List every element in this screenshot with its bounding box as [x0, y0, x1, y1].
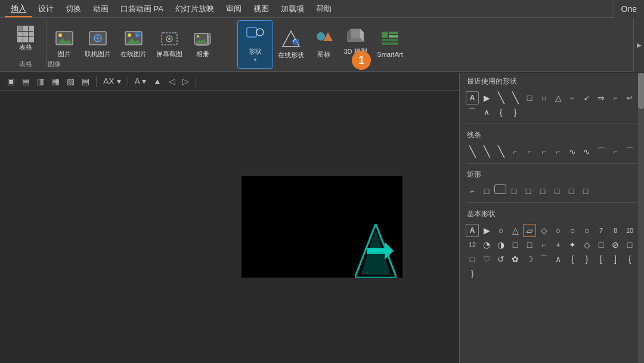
rect-corner[interactable]: ⌐: [466, 184, 479, 198]
basic-bracket-l[interactable]: [: [595, 253, 608, 266]
shape-angle[interactable]: ⌐: [566, 91, 579, 104]
shape-wave[interactable]: ∧: [480, 106, 493, 119]
toolbar-chart[interactable]: ▣: [5, 75, 17, 87]
rect-round4[interactable]: □: [536, 184, 549, 198]
rect-round2[interactable]: □: [507, 184, 521, 198]
line-diag2[interactable]: ╲: [480, 145, 493, 158]
basic-brace-l[interactable]: {: [566, 253, 579, 266]
toolbar-pie[interactable]: ▦: [49, 75, 62, 87]
toolbar-col2[interactable]: ▤: [79, 75, 92, 87]
toolbar-text-right[interactable]: ▷: [180, 75, 191, 87]
shape-brace-r[interactable]: }: [509, 106, 522, 119]
basic-arc[interactable]: ⌒: [537, 253, 550, 266]
ribbon-scroll-right[interactable]: ▶: [633, 18, 644, 72]
line-angle4[interactable]: ⌐: [552, 145, 565, 158]
toolbar-ax[interactable]: AX ▾: [101, 75, 123, 87]
toolbar-text-left[interactable]: ◁: [166, 75, 178, 87]
basic-8[interactable]: 8: [609, 224, 622, 237]
shape-triangle[interactable]: △: [552, 91, 565, 104]
menu-switch[interactable]: 切换: [60, 1, 87, 17]
basic-7[interactable]: 7: [595, 224, 608, 237]
basic-sq1[interactable]: □: [509, 238, 522, 251]
shapes-button[interactable]: 形状 ▼: [237, 20, 273, 69]
basic-plus[interactable]: +: [552, 238, 565, 251]
shape-arc[interactable]: ⌒: [466, 106, 479, 119]
basic-10[interactable]: 10: [623, 224, 636, 237]
basic-flower[interactable]: ✿: [509, 253, 522, 266]
basic-star[interactable]: ✦: [566, 238, 579, 251]
shape-curve1[interactable]: ↩: [623, 91, 636, 104]
toolbar-text-up[interactable]: ▲: [151, 75, 164, 87]
basic-tri[interactable]: △: [509, 224, 522, 237]
shape-line2[interactable]: ╲: [509, 91, 522, 104]
toolbar-col[interactable]: ▥: [35, 75, 47, 87]
basic-brace-r2[interactable]: }: [466, 267, 479, 280]
line-angle3[interactable]: ⌐: [537, 145, 550, 158]
basic-sq2[interactable]: □: [523, 238, 536, 251]
img-button[interactable]: 图片: [50, 29, 79, 60]
shape-circle[interactable]: ○: [537, 91, 550, 104]
basic-quarter[interactable]: ◔: [480, 238, 493, 251]
basic-no[interactable]: ⊘: [609, 238, 622, 251]
basic-oval[interactable]: ○: [552, 224, 565, 237]
shape-l1[interactable]: ⌐: [609, 91, 622, 104]
basic-brace-l2[interactable]: {: [623, 253, 636, 266]
menu-pocket[interactable]: 口袋动画 PA: [114, 1, 169, 17]
line-angle1[interactable]: ⌐: [509, 145, 522, 158]
basic-sq3[interactable]: □: [595, 238, 608, 251]
online-img-button[interactable]: 联机图片: [81, 29, 114, 60]
line-wave1[interactable]: ∿: [566, 145, 579, 158]
line-arc1[interactable]: ⌒: [595, 145, 608, 158]
menu-addins[interactable]: 加载项: [275, 1, 310, 17]
basic-circle[interactable]: ○: [494, 224, 507, 237]
online-shapes-button[interactable]: 在线形状: [273, 20, 309, 69]
line-diag1[interactable]: ╲: [466, 145, 479, 158]
basic-corner[interactable]: ⌐: [537, 238, 550, 251]
online-img2-button[interactable]: + 在线图片: [117, 29, 150, 60]
menu-insert[interactable]: 插入: [5, 1, 32, 17]
menu-animation[interactable]: 动画: [87, 1, 114, 17]
basic-diamond2[interactable]: ◇: [580, 238, 593, 251]
basic-brace-r[interactable]: }: [580, 253, 593, 266]
basic-wave2[interactable]: ∧: [552, 253, 565, 266]
rect-round6[interactable]: □: [565, 184, 578, 198]
basic-text[interactable]: A: [466, 224, 479, 237]
smartart-button[interactable]: SmartArt: [372, 20, 408, 69]
menu-view[interactable]: 视图: [247, 1, 275, 17]
toolbar-text-size[interactable]: A ▾: [132, 75, 148, 87]
menu-review[interactable]: 审阅: [220, 1, 247, 17]
basic-refresh[interactable]: ↺: [494, 253, 507, 266]
basic-circle2[interactable]: ○: [566, 224, 579, 237]
scrollbar-thumb[interactable]: [638, 73, 644, 109]
rect-round5[interactable]: □: [550, 184, 564, 198]
basic-play[interactable]: ▶: [480, 224, 493, 237]
menu-design[interactable]: 设计: [32, 1, 60, 17]
menu-slideshow[interactable]: 幻灯片放映: [169, 1, 220, 17]
shape-play[interactable]: ▶: [480, 91, 493, 104]
basic-bracket-r[interactable]: ]: [609, 253, 622, 266]
album-button[interactable]: 相册: [188, 29, 217, 60]
line-angle2[interactable]: ⌐: [523, 145, 536, 158]
shape-corner[interactable]: ↙: [580, 91, 593, 104]
rect-round1[interactable]: [494, 184, 506, 194]
basic-heart[interactable]: ♡: [480, 253, 493, 266]
tab-one[interactable]: One: [614, 0, 644, 18]
basic-sq5[interactable]: □: [466, 253, 479, 266]
icons-button[interactable]: 图标: [309, 20, 339, 69]
shape-brace-l[interactable]: {: [494, 106, 507, 119]
basic-diamond[interactable]: ◇: [537, 224, 550, 237]
line-corner[interactable]: ⌐: [609, 145, 622, 158]
toolbar-bar[interactable]: ▤: [20, 75, 32, 87]
line-wave2[interactable]: ∿: [580, 145, 593, 158]
basic-sq4[interactable]: □: [623, 238, 636, 251]
shape-line1[interactable]: ╲: [494, 91, 507, 104]
rect-plain[interactable]: □: [480, 184, 493, 198]
line-diag3[interactable]: ╲: [494, 145, 507, 158]
menu-help[interactable]: 帮助: [310, 1, 338, 17]
rect-round7[interactable]: □: [579, 184, 592, 198]
screenshot-button[interactable]: + 屏幕截图: [153, 29, 186, 60]
dropdown-scrollbar[interactable]: [638, 73, 644, 363]
shape-text[interactable]: A: [466, 91, 479, 104]
shape-arrow[interactable]: ⇒: [595, 91, 608, 104]
basic-12[interactable]: 12: [466, 238, 479, 251]
